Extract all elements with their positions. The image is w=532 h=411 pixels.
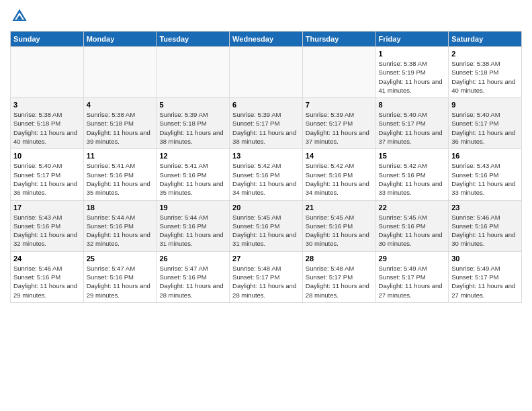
- day-number: 6: [232, 101, 300, 109]
- day-number: 8: [379, 101, 446, 109]
- calendar-cell: 4Sunrise: 5:38 AM Sunset: 5:18 PM Daylig…: [83, 98, 157, 149]
- day-info: Sunrise: 5:45 AM Sunset: 5:16 PM Dayligh…: [232, 213, 300, 248]
- day-info: Sunrise: 5:42 AM Sunset: 5:16 PM Dayligh…: [306, 161, 373, 197]
- calendar-cell: 24Sunrise: 5:46 AM Sunset: 5:16 PM Dayli…: [11, 251, 84, 302]
- weekday-header-saturday: Saturday: [449, 32, 522, 47]
- day-number: 28: [306, 255, 373, 263]
- day-info: Sunrise: 5:47 AM Sunset: 5:16 PM Dayligh…: [159, 264, 226, 300]
- day-number: 9: [451, 101, 519, 109]
- calendar-cell: [11, 47, 84, 98]
- day-info: Sunrise: 5:45 AM Sunset: 5:16 PM Dayligh…: [379, 213, 446, 248]
- weekday-header-wednesday: Wednesday: [230, 32, 303, 47]
- day-number: 11: [87, 152, 154, 160]
- day-number: 21: [306, 203, 373, 212]
- calendar-cell: 12Sunrise: 5:41 AM Sunset: 5:16 PM Dayli…: [157, 149, 230, 200]
- day-info: Sunrise: 5:42 AM Sunset: 5:16 PM Dayligh…: [379, 161, 446, 197]
- day-number: 29: [379, 255, 446, 263]
- day-number: 2: [451, 50, 519, 58]
- day-info: Sunrise: 5:39 AM Sunset: 5:17 PM Dayligh…: [306, 110, 373, 146]
- weekday-header-tuesday: Tuesday: [157, 32, 230, 47]
- day-number: 1: [379, 50, 446, 58]
- calendar-cell: 18Sunrise: 5:44 AM Sunset: 5:16 PM Dayli…: [83, 200, 157, 251]
- calendar-week-4: 24Sunrise: 5:46 AM Sunset: 5:16 PM Dayli…: [11, 251, 522, 302]
- calendar-cell: [83, 47, 157, 98]
- calendar-cell: 9Sunrise: 5:40 AM Sunset: 5:17 PM Daylig…: [449, 98, 522, 149]
- calendar-cell: 10Sunrise: 5:40 AM Sunset: 5:17 PM Dayli…: [11, 149, 84, 200]
- calendar-cell: 6Sunrise: 5:39 AM Sunset: 5:17 PM Daylig…: [230, 98, 303, 149]
- day-info: Sunrise: 5:38 AM Sunset: 5:19 PM Dayligh…: [379, 59, 446, 95]
- weekday-header-monday: Monday: [83, 32, 157, 47]
- calendar-cell: 16Sunrise: 5:43 AM Sunset: 5:16 PM Dayli…: [449, 149, 522, 200]
- calendar-cell: 27Sunrise: 5:48 AM Sunset: 5:17 PM Dayli…: [230, 251, 303, 302]
- day-number: 19: [159, 203, 226, 212]
- day-info: Sunrise: 5:42 AM Sunset: 5:16 PM Dayligh…: [232, 161, 300, 197]
- day-number: 18: [87, 203, 154, 212]
- day-number: 30: [451, 255, 519, 263]
- day-info: Sunrise: 5:47 AM Sunset: 5:16 PM Dayligh…: [87, 264, 154, 300]
- calendar-cell: 7Sunrise: 5:39 AM Sunset: 5:17 PM Daylig…: [302, 98, 375, 149]
- calendar-cell: 8Sunrise: 5:40 AM Sunset: 5:17 PM Daylig…: [375, 98, 449, 149]
- calendar-cell: 30Sunrise: 5:49 AM Sunset: 5:17 PM Dayli…: [449, 251, 522, 302]
- day-number: 23: [451, 203, 519, 212]
- day-number: 12: [159, 152, 226, 160]
- calendar-cell: 29Sunrise: 5:49 AM Sunset: 5:17 PM Dayli…: [375, 251, 449, 302]
- day-info: Sunrise: 5:38 AM Sunset: 5:18 PM Dayligh…: [87, 110, 154, 146]
- day-info: Sunrise: 5:39 AM Sunset: 5:18 PM Dayligh…: [159, 110, 226, 146]
- day-info: Sunrise: 5:41 AM Sunset: 5:16 PM Dayligh…: [159, 161, 226, 197]
- calendar-cell: 5Sunrise: 5:39 AM Sunset: 5:18 PM Daylig…: [157, 98, 230, 149]
- day-info: Sunrise: 5:46 AM Sunset: 5:16 PM Dayligh…: [451, 213, 519, 248]
- calendar-cell: 19Sunrise: 5:44 AM Sunset: 5:16 PM Dayli…: [157, 200, 230, 251]
- day-number: 17: [13, 203, 81, 212]
- day-info: Sunrise: 5:43 AM Sunset: 5:16 PM Dayligh…: [451, 161, 519, 197]
- day-number: 14: [306, 152, 373, 160]
- day-info: Sunrise: 5:38 AM Sunset: 5:18 PM Dayligh…: [13, 110, 81, 146]
- weekday-header-friday: Friday: [375, 32, 449, 47]
- day-number: 22: [379, 203, 446, 212]
- day-number: 27: [232, 255, 300, 263]
- day-info: Sunrise: 5:48 AM Sunset: 5:17 PM Dayligh…: [306, 264, 373, 300]
- day-info: Sunrise: 5:48 AM Sunset: 5:17 PM Dayligh…: [232, 264, 300, 300]
- calendar-cell: [157, 47, 230, 98]
- calendar-cell: 22Sunrise: 5:45 AM Sunset: 5:16 PM Dayli…: [375, 200, 449, 251]
- calendar-cell: 11Sunrise: 5:41 AM Sunset: 5:16 PM Dayli…: [83, 149, 157, 200]
- calendar-week-0: 1Sunrise: 5:38 AM Sunset: 5:19 PM Daylig…: [11, 47, 522, 98]
- day-number: 26: [159, 255, 226, 263]
- day-number: 20: [232, 203, 300, 212]
- day-number: 10: [13, 152, 81, 160]
- day-info: Sunrise: 5:46 AM Sunset: 5:16 PM Dayligh…: [13, 264, 81, 300]
- weekday-header-sunday: Sunday: [11, 32, 84, 47]
- calendar-cell: 3Sunrise: 5:38 AM Sunset: 5:18 PM Daylig…: [11, 98, 84, 149]
- day-number: 7: [306, 101, 373, 109]
- calendar-table: SundayMondayTuesdayWednesdayThursdayFrid…: [10, 31, 522, 303]
- page-container: SundayMondayTuesdayWednesdayThursdayFrid…: [0, 0, 532, 310]
- day-info: Sunrise: 5:45 AM Sunset: 5:16 PM Dayligh…: [306, 213, 373, 248]
- calendar-week-2: 10Sunrise: 5:40 AM Sunset: 5:17 PM Dayli…: [11, 149, 522, 200]
- day-number: 5: [159, 101, 226, 109]
- page-header: [10, 7, 522, 26]
- day-info: Sunrise: 5:38 AM Sunset: 5:18 PM Dayligh…: [451, 59, 519, 95]
- day-info: Sunrise: 5:40 AM Sunset: 5:17 PM Dayligh…: [451, 110, 519, 146]
- calendar-cell: 20Sunrise: 5:45 AM Sunset: 5:16 PM Dayli…: [230, 200, 303, 251]
- day-number: 24: [13, 255, 81, 263]
- calendar-cell: 28Sunrise: 5:48 AM Sunset: 5:17 PM Dayli…: [302, 251, 375, 302]
- logo-icon: [10, 7, 29, 26]
- calendar-cell: [302, 47, 375, 98]
- day-info: Sunrise: 5:49 AM Sunset: 5:17 PM Dayligh…: [379, 264, 446, 300]
- calendar-week-1: 3Sunrise: 5:38 AM Sunset: 5:18 PM Daylig…: [11, 98, 522, 149]
- day-info: Sunrise: 5:40 AM Sunset: 5:17 PM Dayligh…: [13, 161, 81, 197]
- calendar-cell: 26Sunrise: 5:47 AM Sunset: 5:16 PM Dayli…: [157, 251, 230, 302]
- calendar-cell: 17Sunrise: 5:43 AM Sunset: 5:16 PM Dayli…: [11, 200, 84, 251]
- weekday-header-thursday: Thursday: [302, 32, 375, 47]
- day-info: Sunrise: 5:39 AM Sunset: 5:17 PM Dayligh…: [232, 110, 300, 146]
- calendar-cell: 14Sunrise: 5:42 AM Sunset: 5:16 PM Dayli…: [302, 149, 375, 200]
- calendar-cell: 15Sunrise: 5:42 AM Sunset: 5:16 PM Dayli…: [375, 149, 449, 200]
- day-number: 4: [87, 101, 154, 109]
- day-info: Sunrise: 5:43 AM Sunset: 5:16 PM Dayligh…: [13, 213, 81, 248]
- day-number: 3: [13, 101, 81, 109]
- day-info: Sunrise: 5:44 AM Sunset: 5:16 PM Dayligh…: [159, 213, 226, 248]
- day-info: Sunrise: 5:44 AM Sunset: 5:16 PM Dayligh…: [87, 213, 154, 248]
- calendar-week-3: 17Sunrise: 5:43 AM Sunset: 5:16 PM Dayli…: [11, 200, 522, 251]
- calendar-cell: 2Sunrise: 5:38 AM Sunset: 5:18 PM Daylig…: [449, 47, 522, 98]
- logo: [10, 7, 32, 26]
- calendar-cell: 23Sunrise: 5:46 AM Sunset: 5:16 PM Dayli…: [449, 200, 522, 251]
